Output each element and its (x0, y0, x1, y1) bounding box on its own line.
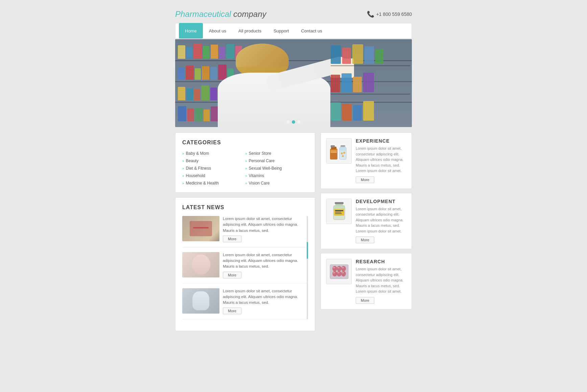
cat-right-col: » Senior Store » Personal Care » Sexual … (245, 151, 308, 186)
cat-medicine-health[interactable]: » Medicine & Health (182, 181, 245, 186)
development-title: DEVELOPMENT (356, 199, 406, 204)
cat-arrow-icon: » (245, 181, 247, 185)
cat-diet-fitness[interactable]: » Diet & Fitness (182, 166, 245, 171)
cat-vitamins[interactable]: » Vitamins (245, 173, 308, 178)
svg-rect-17 (335, 210, 343, 211)
cat-household[interactable]: » Household (182, 173, 245, 178)
svg-point-22 (332, 266, 337, 271)
right-column: EXPERIENCE Lorem ipsum dolor sit amet, c… (321, 132, 412, 331)
navigation: Home About us All products Support Conta… (175, 23, 412, 39)
svg-point-31 (333, 272, 335, 273)
logo: Pharmaceutical company (175, 9, 266, 19)
carousel-dot-1[interactable] (286, 120, 290, 124)
categories-title: CATEGORIES (182, 140, 308, 146)
news-text-2: Lorem ipsum dolor sit amet, consectetur … (223, 252, 308, 270)
news-text-area-1: Lorem ipsum dolor sit amet, consectetur … (223, 216, 308, 242)
nav-products[interactable]: All products (232, 23, 267, 39)
experience-text: EXPERIENCE Lorem ipsum dolor sit amet, c… (356, 138, 406, 183)
svg-point-24 (341, 266, 346, 271)
research-more-btn[interactable]: More (356, 297, 374, 304)
header: Pharmaceutical company 📞 +1 800 559 6580 (175, 7, 412, 23)
svg-rect-20 (333, 205, 345, 210)
news-more-btn-2[interactable]: More (223, 272, 241, 278)
experience-card: EXPERIENCE Lorem ipsum dolor sit amet, c… (321, 132, 412, 189)
news-text-3: Lorem ipsum dolor sit amet, consectetur … (223, 288, 308, 306)
news-thumb-1 (182, 216, 219, 241)
news-thumb-2 (182, 252, 219, 277)
research-title: RESEARCH (356, 259, 406, 264)
news-text-area-3: Lorem ipsum dolor sit amet, consectetur … (223, 288, 308, 315)
phone-icon: 📞 (367, 10, 374, 18)
news-card: LATEST NEWS Lorem (175, 197, 315, 331)
nav-support[interactable]: Support (267, 23, 295, 39)
news-text-area-2: Lorem ipsum dolor sit amet, consectetur … (223, 252, 308, 278)
svg-point-29 (337, 267, 339, 268)
cat-arrow-icon: » (245, 167, 247, 170)
cat-arrow-icon: » (245, 159, 247, 163)
left-column: CATEGORIES » Baby & Mom » Beauty » (175, 132, 315, 331)
experience-more-btn[interactable]: More (356, 176, 374, 183)
cat-baby-mom[interactable]: » Baby & Mom (182, 151, 245, 156)
cat-arrow-icon: » (245, 152, 247, 155)
cat-vision-care[interactable]: » Vision Care (245, 181, 308, 186)
cat-sexual-wellbeing[interactable]: » Sexual Well-Being (245, 166, 308, 171)
logo-company: company (233, 9, 266, 19)
nav-contact[interactable]: Contact us (295, 23, 328, 39)
svg-point-27 (341, 271, 346, 276)
hero-banner (175, 39, 412, 127)
news-item-1: Lorem ipsum dolor sit amet, consectetur … (182, 216, 308, 247)
cat-label: Medicine & Health (186, 181, 219, 186)
cat-label: Vitamins (249, 173, 264, 178)
svg-point-30 (342, 267, 344, 268)
svg-rect-9 (341, 145, 345, 147)
svg-point-11 (343, 152, 345, 154)
cat-label: Sexual Well-Being (249, 166, 282, 171)
svg-rect-19 (335, 213, 342, 214)
news-text-1: Lorem ipsum dolor sit amet, consectetur … (223, 216, 308, 234)
experience-thumb (326, 138, 352, 164)
cat-label: Personal Care (249, 158, 275, 163)
logo-pharma: Pharmaceutical (175, 9, 231, 19)
categories-card: CATEGORIES » Baby & Mom » Beauty » (175, 132, 315, 193)
news-more-btn-1[interactable]: More (223, 236, 241, 242)
news-more-btn-3[interactable]: More (223, 308, 241, 314)
svg-point-12 (342, 155, 344, 157)
svg-point-28 (333, 267, 335, 268)
carousel-dot-2[interactable] (292, 120, 295, 124)
svg-rect-4 (331, 151, 337, 151)
cat-label: Senior Store (249, 151, 272, 156)
cat-personal-care[interactable]: » Personal Care (245, 158, 308, 163)
medicine-bottles-icon (327, 139, 351, 163)
categories-grid: » Baby & Mom » Beauty » Diet & Fitness (182, 151, 308, 186)
experience-title: EXPERIENCE (356, 138, 406, 144)
news-title: LATEST NEWS (182, 204, 308, 211)
svg-rect-15 (335, 202, 344, 204)
nav-about[interactable]: About us (203, 23, 232, 39)
cat-arrow-icon: » (182, 167, 184, 170)
cat-label: Household (186, 173, 205, 178)
news-item-3: Lorem ipsum dolor sit amet, consectetur … (182, 288, 308, 320)
svg-rect-8 (340, 148, 347, 151)
svg-point-25 (332, 271, 337, 276)
development-more-btn[interactable]: More (356, 237, 374, 243)
cat-arrow-icon: » (182, 174, 184, 178)
cat-arrow-icon: » (245, 174, 247, 178)
carousel-dot-3[interactable] (297, 120, 301, 124)
cat-beauty[interactable]: » Beauty (182, 158, 245, 163)
svg-point-32 (337, 272, 339, 273)
scroll-track (307, 216, 308, 319)
experience-body: Lorem ipsum dolor sit amet, consectetur … (356, 146, 406, 174)
svg-rect-5 (331, 152, 337, 153)
svg-point-10 (341, 152, 343, 154)
nav-home[interactable]: Home (179, 23, 203, 39)
svg-point-33 (342, 272, 344, 273)
cat-label: Diet & Fitness (186, 166, 211, 171)
research-text: RESEARCH Lorem ipsum dolor sit amet, con… (356, 259, 406, 304)
svg-point-26 (337, 271, 342, 276)
cat-senior-store[interactable]: » Senior Store (245, 151, 308, 156)
svg-rect-18 (335, 212, 341, 213)
phone-area: 📞 +1 800 559 6580 (367, 10, 412, 18)
cat-arrow-icon: » (182, 159, 184, 163)
research-body: Lorem ipsum dolor sit amet, consectetur … (356, 266, 406, 294)
development-text: DEVELOPMENT Lorem ipsum dolor sit amet, … (356, 199, 406, 244)
